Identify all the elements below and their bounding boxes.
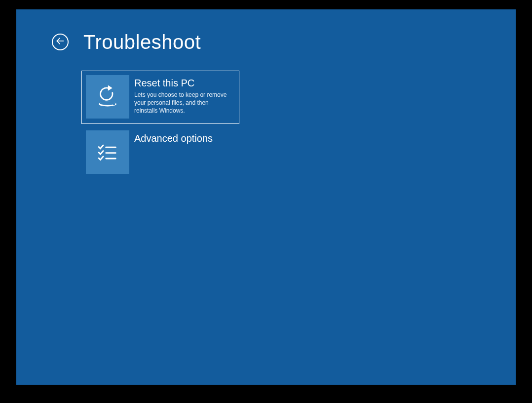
tile-advanced-text: Advanced options [134,130,235,146]
back-arrow-icon [55,36,65,48]
svg-point-3 [113,103,115,105]
tiles-container: Reset this PC Lets you choose to keep or… [81,71,239,181]
page-title: Troubleshoot [83,32,201,52]
tile-reset-title: Reset this PC [134,77,235,89]
header: Troubleshoot [52,32,201,52]
back-button[interactable] [52,34,69,50]
advanced-options-icon [86,130,129,174]
tile-advanced-title: Advanced options [134,132,235,144]
tile-reset-text: Reset this PC Lets you choose to keep or… [134,75,235,115]
tile-reset-description: Lets you choose to keep or remove your p… [134,91,233,115]
troubleshoot-screen: Troubleshoot Reset this PC Lets you choo… [16,9,516,385]
tile-advanced-options[interactable]: Advanced options [81,126,239,179]
tile-reset-this-pc[interactable]: Reset this PC Lets you choose to keep or… [81,71,239,124]
reset-pc-icon [86,75,129,119]
